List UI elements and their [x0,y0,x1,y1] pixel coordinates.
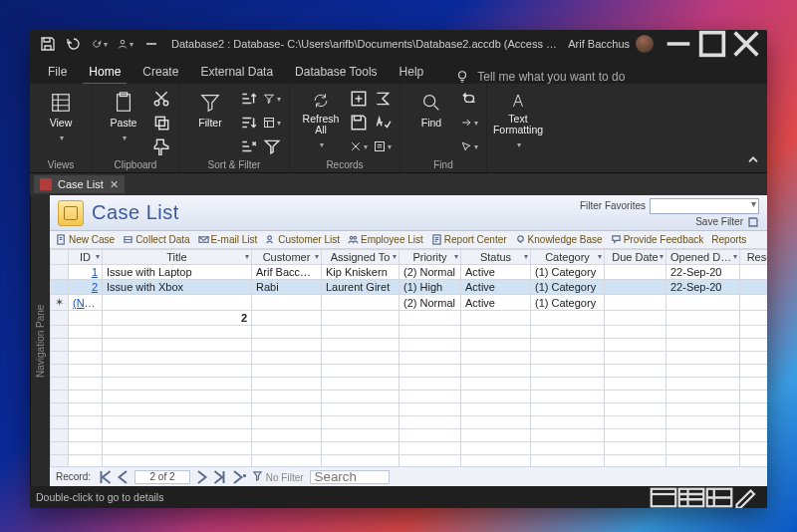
cell-title[interactable]: Issue with Laptop [103,265,252,280]
close-button[interactable] [729,30,763,58]
last-record-button[interactable] [210,468,228,486]
column-header[interactable]: ID▾ [69,250,103,265]
object-tab-case-list[interactable]: Case List ✕ [34,175,125,193]
link-reports[interactable]: Reports [711,234,746,245]
tab-external-data[interactable]: External Data [190,61,283,84]
tab-help[interactable]: Help [390,61,434,84]
new-record-button[interactable] [228,468,246,486]
column-header[interactable]: Assigned To▾ [322,250,399,265]
cell-opened[interactable]: 22-Sep-20 [666,280,740,295]
format-painter-icon[interactable] [152,137,170,155]
cell-due[interactable] [605,265,666,280]
qat-customize-icon[interactable] [143,36,159,52]
cell-status[interactable]: Active [461,265,531,280]
find-button[interactable]: Find [408,88,454,149]
user-qat-icon[interactable]: ▾ [118,36,133,52]
record-counter[interactable]: 2 of 2 [134,470,190,484]
record-search-input[interactable] [310,470,390,484]
column-header[interactable]: Due Date▾ [605,250,666,265]
tab-create[interactable]: Create [133,61,188,84]
tab-file[interactable]: File [38,61,77,84]
delete-record-icon[interactable]: ▾ [350,137,368,155]
cell-reso[interactable] [740,295,768,311]
replace-icon[interactable] [460,90,478,108]
maximize-button[interactable] [695,30,729,58]
cell-assigned[interactable]: Kip Kniskern [322,265,399,280]
save-icon[interactable] [40,36,56,52]
cell-assigned[interactable]: Laurent Giret [322,280,399,295]
refresh-all-button[interactable]: Refresh All ▾ [298,88,344,149]
cell-title[interactable] [103,295,252,311]
column-header[interactable]: Status▾ [461,250,531,265]
account-area[interactable]: Arif Bacchus [560,35,662,53]
cell-opened[interactable]: 22-Sep-20 [666,265,740,280]
cell-category[interactable]: (1) Category [531,280,605,295]
cell-due[interactable] [605,295,666,311]
tell-me-box[interactable]: Tell me what you want to do [455,70,767,84]
link-collect-data[interactable]: Collect Data [123,234,189,245]
filter-button[interactable]: Filter [187,88,233,149]
save-filter-icon[interactable] [747,216,759,228]
collapse-ribbon-icon[interactable] [745,152,761,168]
remove-sort-icon[interactable] [239,137,257,155]
copy-icon[interactable] [152,114,170,132]
redo-icon[interactable]: ▾ [92,36,108,52]
form-view-button[interactable] [650,488,677,506]
cell-id[interactable]: 1 [69,265,103,280]
cell-reso[interactable] [740,280,768,295]
view-button[interactable]: View ▾ [38,88,84,149]
save-record-icon[interactable] [350,114,368,132]
filter-indicator[interactable]: No Filter [252,470,304,483]
cell-customer[interactable] [252,295,322,311]
design-view-button[interactable] [733,488,761,506]
text-formatting-button[interactable]: Text Formatting ▾ [495,88,541,149]
row-selector-header[interactable] [51,250,69,265]
column-header[interactable]: Customer▾ [252,250,322,265]
filter-favorites-combo[interactable] [650,198,759,214]
link-report-center[interactable]: Report Center [431,234,507,245]
minimize-button[interactable] [662,30,695,58]
cell-reso[interactable] [740,265,768,280]
selection-filter-icon[interactable]: ▾ [263,90,281,108]
link-new-case[interactable]: New Case [56,234,115,245]
totals-icon[interactable] [374,90,392,108]
table-row[interactable]: 2Issue with XboxRabiLaurent Giret(1) Hig… [51,280,768,295]
tab-database-tools[interactable]: Database Tools [285,61,388,84]
tab-home[interactable]: Home [79,61,131,84]
row-selector[interactable] [51,280,69,295]
toggle-filter-icon[interactable] [263,137,281,155]
navigation-pane-collapsed[interactable]: Navigation Pane [30,195,50,486]
cell-id[interactable]: 2 [69,280,103,295]
datasheet-view-button[interactable] [677,488,705,506]
cell-priority[interactable]: (2) Normal [399,295,461,311]
cell-status[interactable]: Active [461,280,531,295]
select-icon[interactable]: ▾ [460,137,478,155]
cell-id-new[interactable]: (New) [69,295,103,311]
prev-record-button[interactable] [115,468,133,486]
column-header[interactable]: Priority▾ [399,250,461,265]
advanced-filter-icon[interactable]: ▾ [263,114,281,132]
cell-priority[interactable]: (1) High [399,280,461,295]
cell-category[interactable]: (1) Category [531,265,605,280]
link-knowledge-base[interactable]: Knowledge Base [515,234,603,245]
column-header[interactable]: Category▾ [531,250,605,265]
paste-button[interactable]: Paste ▾ [101,88,146,149]
column-header[interactable]: Reso▾ [740,250,768,265]
spelling-icon[interactable] [374,114,392,132]
cell-customer[interactable]: Arif Bacchus [252,265,322,280]
cell-due[interactable] [605,280,666,295]
cell-assigned[interactable] [322,295,399,311]
goto-icon[interactable]: ▾ [460,114,478,132]
link-email-list[interactable]: E-mail List [198,234,258,245]
cell-opened[interactable] [666,295,740,311]
column-header[interactable]: Opened Date▾ [666,250,740,265]
cut-icon[interactable] [152,90,170,108]
undo-icon[interactable] [66,36,82,52]
link-employee-list[interactable]: Employee List [348,234,423,245]
column-header[interactable]: Title▾ [103,250,252,265]
table-row[interactable]: 1Issue with LaptopArif BacchusKip Kniske… [51,265,768,280]
cell-status[interactable]: Active [461,295,531,311]
cell-category[interactable]: (1) Category [531,295,605,311]
link-provide-feedback[interactable]: Provide Feedback [611,234,704,245]
row-selector[interactable] [51,265,69,280]
